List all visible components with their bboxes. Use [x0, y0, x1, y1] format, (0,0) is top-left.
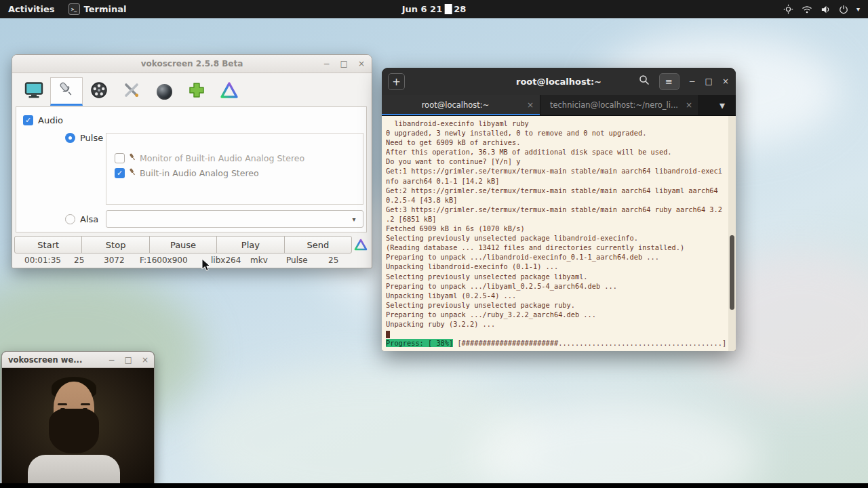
scrollbar-thumb[interactable] [730, 235, 734, 310]
pulse-radio[interactable] [65, 133, 75, 143]
alsa-radio[interactable] [65, 214, 75, 224]
status-codec: libx264 [211, 256, 241, 265]
webcam-window-title: vokoscreen we... [2, 355, 82, 365]
volume-icon [821, 5, 831, 14]
pulse-device-list: Monitor of Built-in Audio Analog Stereo … [106, 133, 363, 205]
monitor-device-checkbox[interactable] [115, 153, 125, 163]
tab-root-localhost[interactable]: root@localhost:~ × [382, 95, 540, 115]
hamburger-menu-button[interactable]: ≡ [659, 73, 679, 90]
mouse-cursor [201, 258, 211, 274]
terminal-window: + root@localhost:~ ≡ − □ × root@localhos… [382, 68, 736, 351]
terminal-output[interactable]: libandroid-execinfo libyaml ruby 0 upgra… [382, 116, 736, 351]
webcam-titlebar[interactable]: vokoscreen we... − □ × [2, 352, 154, 368]
scrollbar-track[interactable] [728, 116, 736, 351]
pulse-label: Pulse [80, 133, 103, 143]
gnome-top-bar: Activities >_ Terminal Jun 6 21 28 [0, 0, 868, 18]
stop-button[interactable]: Stop [81, 236, 149, 253]
person-shirt [28, 455, 120, 484]
webcam-close-button[interactable]: × [142, 356, 149, 364]
tab-settings[interactable] [115, 77, 148, 106]
alsa-label: Alsa [80, 214, 98, 224]
builtin-device-label: Built-in Audio Analog Stereo [140, 168, 259, 178]
progress-bar: [#######################................… [453, 339, 726, 347]
audio-settings-panel: ✓ Audio Pulse Monitor of Built-in Audio … [16, 106, 367, 232]
tools-icon [123, 81, 140, 102]
plus-icon [188, 81, 205, 102]
desktop: Activities >_ Terminal Jun 6 21 28 [0, 0, 868, 488]
terminal-line: Unpacking ruby (3.2.2) ... [386, 319, 732, 329]
tab-webcam[interactable] [148, 77, 180, 106]
film-reel-icon [90, 81, 108, 102]
tab-close-icon[interactable]: × [686, 100, 692, 110]
minimize-button[interactable]: − [323, 60, 330, 68]
tab-audio[interactable] [50, 77, 83, 106]
webcam-minimize-button[interactable]: − [108, 356, 115, 364]
progress-percent: Progress: [ 38%] [386, 339, 453, 347]
pause-button[interactable]: Pause [149, 236, 217, 253]
terminal-minimize-button[interactable]: − [689, 77, 696, 85]
terminal-line: .2 [6851 kB] [386, 214, 732, 224]
tab-label: root@localhost:~ [388, 100, 523, 110]
person-beard [49, 409, 99, 453]
vokoscreen-titlebar[interactable]: vokoscreen 2.5.8 Beta − □ × [12, 55, 372, 73]
terminal-line: Unpacking libandroid-execinfo (0.1-1) ..… [386, 262, 732, 271]
clock-prefix: Jun 6 21 [402, 4, 443, 14]
send-button[interactable]: Send [284, 236, 352, 253]
audio-checkbox-row: ✓ Audio [23, 115, 63, 125]
webcam-maximize-button[interactable]: □ [125, 356, 132, 364]
microphone-small-icon [129, 167, 136, 178]
clock[interactable]: Jun 6 21 28 [402, 4, 467, 14]
terminal-cursor-line [386, 329, 732, 338]
vokoscreen-status-bar: 00:01:35 25 3072 F:1600x900 libx264 mkv … [12, 254, 372, 268]
status-record-time: 00:01:35 [24, 256, 61, 265]
search-icon[interactable] [639, 75, 650, 88]
combobox-arrow-icon: ▾ [345, 216, 363, 223]
tab-about[interactable] [213, 77, 245, 106]
status-frame: F:1600x900 [140, 256, 188, 265]
terminal-titlebar[interactable]: + root@localhost:~ ≡ − □ × [382, 68, 736, 95]
apt-progress-line: Progress: [ 38%] [######################… [386, 338, 732, 348]
device-row-builtin: ✓ Built-in Audio Analog Stereo [115, 167, 259, 178]
prism-triangle-icon [220, 81, 239, 102]
terminal-line: Selecting previously unselected package … [386, 233, 732, 243]
status-audio-backend: Pulse [286, 256, 308, 265]
terminal-close-button[interactable]: × [722, 77, 729, 85]
system-status-area[interactable]: ▾ [783, 4, 868, 14]
tab-extras[interactable] [180, 77, 213, 106]
terminal-line: Preparing to unpack .../libyaml_0.2.5-4_… [386, 281, 732, 291]
chevron-down-icon: ▾ [856, 5, 860, 13]
tab-close-icon[interactable]: × [527, 100, 534, 110]
tab-list-chevron-button[interactable]: ▾ [709, 95, 736, 115]
webcam-video-feed [2, 368, 154, 484]
close-button[interactable]: × [358, 60, 365, 68]
power-icon [839, 5, 848, 14]
terminal-line: Fetched 6909 kB in 6s (1070 kB/s) [386, 224, 732, 233]
audio-label: Audio [38, 115, 63, 125]
terminal-line: Preparing to unpack .../ruby_3.2.2_aarch… [386, 310, 732, 319]
start-button[interactable]: Start [14, 236, 82, 253]
maximize-button[interactable]: □ [340, 60, 348, 68]
activities-button[interactable]: Activities [8, 4, 55, 14]
terminal-line: Get:1 https://grimler.se/termux/termux-m… [386, 166, 732, 176]
terminal-tab-bar: root@localhost:~ × technician@localhost:… [382, 95, 736, 116]
terminal-line: Get:3 https://grimler.se/termux/termux-m… [386, 205, 732, 214]
tab-screen[interactable] [18, 77, 50, 106]
terminal-maximize-button[interactable]: □ [705, 77, 713, 85]
tab-technician-localhost[interactable]: technician@localhost:~/nero_li... × [540, 95, 699, 115]
terminal-line: Selecting previously unselected package … [386, 272, 732, 281]
person-eyebrow [58, 403, 67, 405]
status-container: mkv [250, 256, 268, 265]
audio-checkbox[interactable]: ✓ [23, 115, 33, 125]
tab-video[interactable] [83, 77, 115, 106]
terminal-line: 0 upgraded, 3 newly installed, 0 to remo… [386, 128, 732, 138]
new-tab-button[interactable]: + [388, 73, 405, 90]
play-button[interactable]: Play [216, 236, 284, 253]
magic-triangle-button[interactable] [353, 237, 369, 253]
focused-app-menu[interactable]: >_ Terminal [68, 3, 127, 15]
webcam-window: vokoscreen we... − □ × [1, 351, 155, 484]
screen-icon [24, 82, 43, 101]
terminal-line: 0.2.5-4 [43.8 kB] [386, 195, 732, 205]
pulse-radio-row: Pulse [65, 133, 103, 143]
alsa-device-combobox[interactable]: ▾ [106, 210, 363, 228]
builtin-device-checkbox[interactable]: ✓ [115, 168, 125, 178]
